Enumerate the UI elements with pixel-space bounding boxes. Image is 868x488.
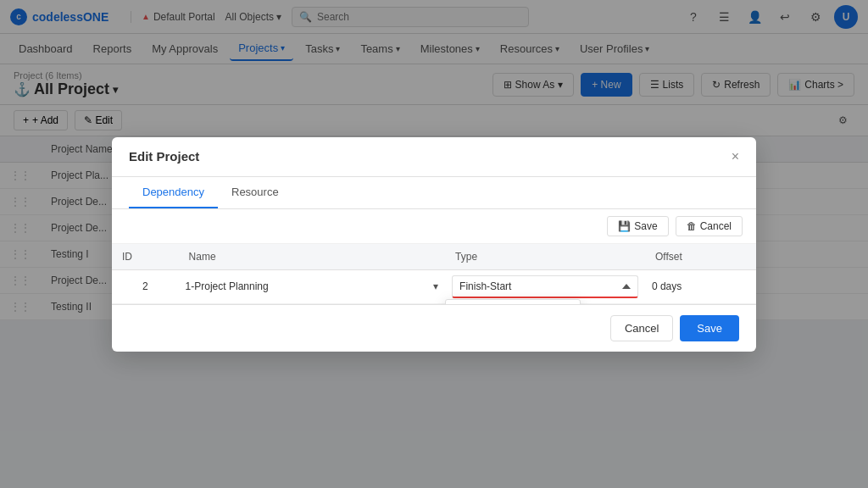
- col-id: ID: [112, 244, 179, 270]
- row-offset: 0 days: [645, 269, 756, 303]
- save-icon: 💾: [618, 220, 631, 232]
- tab-dependency[interactable]: Dependency: [129, 177, 218, 208]
- tab-resource[interactable]: Resource: [218, 177, 292, 208]
- modal-title: Edit Project: [129, 149, 199, 164]
- inline-save-button[interactable]: 💾 💾 Save Save: [607, 216, 668, 236]
- trash-icon: 🗑: [687, 220, 697, 232]
- save-button[interactable]: Save: [680, 315, 739, 341]
- name-dropdown-arrow[interactable]: ▾: [433, 280, 438, 292]
- row-id: 2: [112, 269, 179, 303]
- row-name: 1-Project Planning ▾: [179, 269, 445, 303]
- type-dropdown: Finish-Finish Finish-Start Start-Finish …: [445, 299, 581, 304]
- modal-tabs: Dependency Resource: [112, 177, 756, 209]
- row-type[interactable]: Finish-Start Finish-Finish Finish-Start …: [445, 269, 645, 303]
- edit-project-modal: Edit Project × Dependency Resource 💾 💾 S…: [112, 137, 756, 352]
- dropdown-up-arrow: [622, 284, 631, 289]
- type-value: Finish-Start: [459, 280, 511, 292]
- option-finish-finish[interactable]: Finish-Finish: [446, 300, 580, 304]
- type-select[interactable]: Finish-Start: [452, 275, 638, 298]
- modal-body: 💾 💾 Save Save 🗑 Cancel ID Name Type Offs…: [112, 209, 756, 304]
- modal-overlay[interactable]: Edit Project × Dependency Resource 💾 💾 S…: [0, 0, 868, 488]
- cancel-button[interactable]: Cancel: [610, 315, 673, 341]
- dependency-table: ID Name Type Offset 2 1-Project Planning: [112, 244, 756, 304]
- table-row: 2 1-Project Planning ▾ Finish-Start: [112, 269, 756, 303]
- modal-header: Edit Project ×: [112, 137, 756, 177]
- col-name: Name: [179, 244, 445, 270]
- col-offset: Offset: [645, 244, 756, 270]
- inline-cancel-button[interactable]: 🗑 Cancel: [676, 216, 743, 236]
- col-type: Type: [445, 244, 645, 270]
- close-button[interactable]: ×: [732, 149, 739, 164]
- modal-footer: Cancel Save: [112, 304, 756, 352]
- modal-inner-toolbar: 💾 💾 Save Save 🗑 Cancel: [112, 209, 756, 244]
